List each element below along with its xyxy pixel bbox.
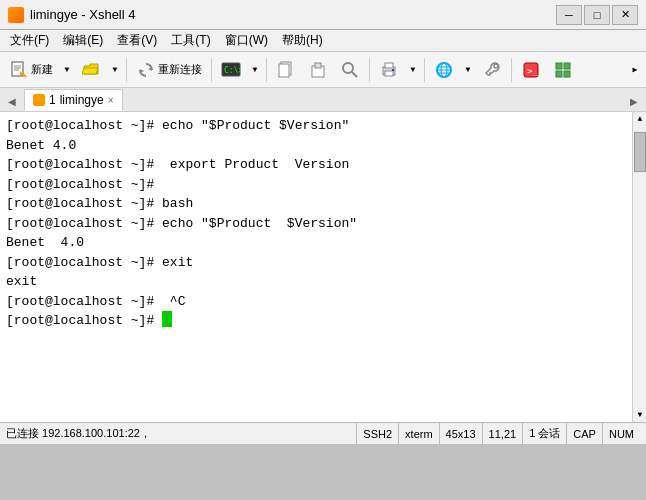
- tab-limingye[interactable]: 1 limingye ×: [24, 89, 123, 111]
- term-prompt: [root@localhost ~]#: [6, 292, 162, 312]
- svg-rect-17: [385, 63, 393, 68]
- menu-edit[interactable]: 编辑(E): [57, 30, 109, 51]
- scrollbar-thumb[interactable]: [634, 132, 646, 172]
- term-command: exit: [162, 253, 193, 273]
- terminal-cursor: [162, 311, 172, 327]
- separator-6: [511, 58, 512, 82]
- separator-5: [424, 58, 425, 82]
- tab-nav-left[interactable]: ◀: [4, 91, 20, 111]
- menu-tools[interactable]: 工具(T): [165, 30, 216, 51]
- separator-2: [211, 58, 212, 82]
- separator-3: [266, 58, 267, 82]
- term-command: echo "$Product $Version": [162, 116, 349, 136]
- window-controls: ─ □ ✕: [556, 5, 638, 25]
- num-lock-status: NUM: [602, 423, 640, 445]
- protocol-status: SSH2: [356, 423, 398, 445]
- paste-button[interactable]: [303, 56, 333, 84]
- caps-lock-status: CAP: [566, 423, 602, 445]
- cursor-position: 11,21: [482, 423, 523, 445]
- tab-session-icon: [33, 94, 45, 106]
- new-dropdown-arrow[interactable]: ▼: [60, 60, 74, 80]
- term-line: [root@localhost ~]# exit: [6, 253, 624, 273]
- reconnect-icon: [136, 60, 156, 80]
- new-label: 新建: [31, 62, 53, 77]
- menu-help[interactable]: 帮助(H): [276, 30, 329, 51]
- separator-1: [126, 58, 127, 82]
- svg-marker-6: [148, 67, 152, 71]
- script-button[interactable]: >_: [516, 56, 546, 84]
- toolbar: 新建 ▼ ▼ 重新连接 C:\>: [0, 52, 646, 88]
- globe-icon: [434, 60, 454, 80]
- svg-rect-11: [279, 64, 289, 77]
- term-line: [root@localhost ~]#: [6, 311, 624, 331]
- new-button[interactable]: 新建: [4, 56, 58, 84]
- menu-file[interactable]: 文件(F): [4, 30, 55, 51]
- keygen-button[interactable]: [477, 56, 507, 84]
- svg-text:>_: >_: [527, 66, 538, 76]
- terminal-content: [root@localhost ~]# echo "$Product $Vers…: [6, 116, 640, 331]
- options-dropdown[interactable]: ▶: [628, 60, 642, 80]
- svg-rect-30: [556, 71, 562, 77]
- scroll-up-arrow[interactable]: ▲: [633, 112, 646, 126]
- close-button[interactable]: ✕: [612, 5, 638, 25]
- term-line: [root@localhost ~]#: [6, 175, 624, 195]
- open-icon: [81, 60, 101, 80]
- tab-label: limingye: [60, 93, 104, 107]
- term-command: export Product Version: [162, 155, 349, 175]
- window-title: limingye - Xshell 4: [30, 7, 556, 22]
- term-command: exit: [6, 272, 37, 292]
- term-line: [root@localhost ~]# echo "$Product $Vers…: [6, 214, 624, 234]
- svg-text:C:\>: C:\>: [224, 66, 241, 75]
- svg-point-25: [494, 64, 498, 68]
- reconnect-button[interactable]: 重新连接: [131, 56, 207, 84]
- print-button[interactable]: [374, 56, 404, 84]
- paste-icon: [308, 60, 328, 80]
- connection-status: 已连接 192.168.100.101:22，: [6, 426, 356, 441]
- maximize-button[interactable]: □: [584, 5, 610, 25]
- tab-close-button[interactable]: ×: [108, 95, 114, 106]
- reconnect-label: 重新连接: [158, 62, 202, 77]
- term-line: exit: [6, 272, 624, 292]
- scroll-down-arrow[interactable]: ▼: [633, 408, 646, 422]
- menu-view[interactable]: 查看(V): [111, 30, 163, 51]
- term-line: Benet 4.0: [6, 233, 624, 253]
- term-prompt: [root@localhost ~]#: [6, 214, 162, 234]
- options-button[interactable]: [548, 56, 578, 84]
- print-dropdown[interactable]: ▼: [406, 60, 420, 80]
- term-command: Benet 4.0: [6, 233, 84, 253]
- terminal-icon: C:\>: [221, 60, 241, 80]
- terminal-dropdown[interactable]: ▼: [248, 60, 262, 80]
- term-prompt: [root@localhost ~]#: [6, 155, 162, 175]
- terminal-size: 45x13: [439, 423, 482, 445]
- open-dropdown-arrow[interactable]: ▼: [108, 60, 122, 80]
- menu-window[interactable]: 窗口(W): [219, 30, 274, 51]
- open-button[interactable]: [76, 56, 106, 84]
- app-icon: [8, 7, 24, 23]
- term-command: echo "$Product $Version": [162, 214, 357, 234]
- term-line: [root@localhost ~]# bash: [6, 194, 624, 214]
- svg-rect-29: [564, 63, 570, 69]
- term-prompt: [root@localhost ~]#: [6, 253, 162, 273]
- term-prompt: [root@localhost ~]#: [6, 194, 162, 214]
- search-icon: [340, 60, 360, 80]
- term-command: ^C: [162, 292, 185, 312]
- copy-icon: [276, 60, 296, 80]
- network-dropdown[interactable]: ▼: [461, 60, 475, 80]
- terminal-button[interactable]: C:\>: [216, 56, 246, 84]
- terminal-area[interactable]: [root@localhost ~]# echo "$Product $Vers…: [0, 112, 646, 422]
- tab-bar: ◀ 1 limingye × ▶: [0, 88, 646, 112]
- copy-button[interactable]: [271, 56, 301, 84]
- svg-marker-7: [140, 69, 144, 73]
- tab-nav-right[interactable]: ▶: [626, 91, 642, 111]
- term-line: [root@localhost ~]# ^C: [6, 292, 624, 312]
- minimize-button[interactable]: ─: [556, 5, 582, 25]
- tab-number: 1: [49, 93, 56, 107]
- print-icon: [379, 60, 399, 80]
- svg-rect-31: [564, 71, 570, 77]
- svg-point-14: [343, 63, 353, 73]
- term-prompt: [root@localhost ~]#: [6, 311, 162, 331]
- find-button[interactable]: [335, 56, 365, 84]
- scrollbar[interactable]: ▲ ▼: [632, 112, 646, 422]
- menu-bar: 文件(F) 编辑(E) 查看(V) 工具(T) 窗口(W) 帮助(H): [0, 30, 646, 52]
- network-button[interactable]: [429, 56, 459, 84]
